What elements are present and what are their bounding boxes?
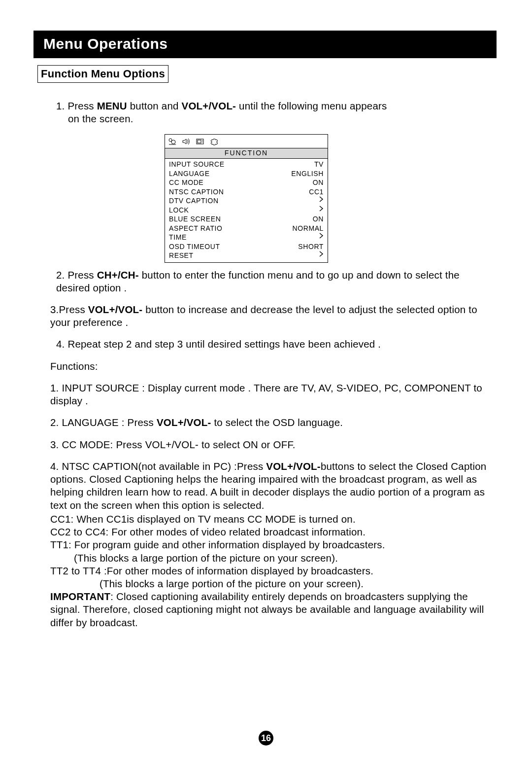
text: until the following menu appears <box>236 100 387 111</box>
functions-heading: Functions: <box>50 360 495 373</box>
text: 4. NTSC CAPTION(not available in PC) :Pr… <box>50 461 266 472</box>
menu-row: LANGUAGEENGLISH <box>169 169 324 178</box>
submenu-arrow-icon <box>319 196 324 205</box>
menu-label: CC MODE <box>169 178 203 187</box>
picture-icon <box>168 136 177 148</box>
text: 4. Repeat step 2 and step 3 until desire… <box>56 338 381 350</box>
svg-point-4 <box>202 140 203 141</box>
menu-label: OSD TIMEOUT <box>169 242 220 251</box>
menu-value: CC1 <box>309 187 324 196</box>
menu-label: INPUT SOURCE <box>169 160 225 169</box>
setup-icon <box>209 136 219 148</box>
submenu-arrow-icon <box>319 251 324 260</box>
text: to select the OSD language. <box>211 417 343 428</box>
function-3: 3. CC MODE: Press VOL+/VOL- to select ON… <box>50 438 495 451</box>
submenu-arrow-icon <box>319 206 324 214</box>
submenu-arrow-icon <box>319 233 324 242</box>
menu-row: DTV CAPTION <box>169 196 324 205</box>
tt1-line: TT1: For program guide and other informa… <box>50 538 495 551</box>
menu-label: RESET <box>169 251 194 260</box>
menu-value: ON <box>313 214 324 223</box>
menu-row: LOCK <box>169 206 324 214</box>
text: on the screen. <box>56 113 133 124</box>
svg-point-1 <box>171 140 175 144</box>
function-4: 4. NTSC CAPTION(not available in PC) :Pr… <box>50 460 495 512</box>
menu-row: ASPECT RATIONORMAL <box>169 224 324 233</box>
menu-value: TV <box>314 160 324 169</box>
menu-row: BLUE SCREENON <box>169 214 324 223</box>
tt2-note: (This blocks a large portion of the pict… <box>50 577 495 590</box>
text: button and <box>127 100 182 111</box>
text-bold: MENU <box>97 100 127 111</box>
menu-value: NORMAL <box>293 224 324 233</box>
function-2: 2. LANGUAGE : Press VOL+/VOL- to select … <box>50 416 495 429</box>
menu-row: NTSC CAPTIONCC1 <box>169 187 324 196</box>
step-2: 2. Press CH+/CH- button to enter the fun… <box>50 269 495 294</box>
menu-row: INPUT SOURCETV <box>169 160 324 169</box>
text: 2. LANGUAGE : Press <box>50 417 157 428</box>
function-1: 1. INPUT SOURCE : Display current mode .… <box>50 382 495 407</box>
text-bold: CH+/CH- <box>97 269 139 281</box>
text-bold: VOL+/VOL- <box>157 417 211 428</box>
menu-row: TIME <box>169 233 324 242</box>
text: 3.Press <box>50 304 88 315</box>
text-bold: VOL+/VOL- <box>266 461 321 472</box>
text-bold: VOL+/VOL- <box>88 304 143 315</box>
step-3: 3.Press VOL+/VOL- button to increase and… <box>50 303 495 329</box>
menu-value: ENGLISH <box>291 169 324 178</box>
osd-function-menu: FUNCTION INPUT SOURCETV LANGUAGEENGLISH … <box>165 134 328 262</box>
menu-value: ON <box>313 178 324 187</box>
menu-label: TIME <box>169 233 187 242</box>
audio-icon <box>182 136 191 148</box>
tt2-line: TT2 to TT4 :For other modes of informati… <box>50 565 495 577</box>
step-4: 4. Repeat step 2 and step 3 until desire… <box>50 338 495 351</box>
tt1-note: (This blocks a large portion of the pict… <box>50 552 495 565</box>
menu-label: LOCK <box>169 206 189 214</box>
page-number-badge: 16 <box>259 731 273 746</box>
text: 1. Press <box>56 100 97 111</box>
step-1: 1. Press MENU button and VOL+/VOL- until… <box>50 100 495 125</box>
content-body: 1. Press MENU button and VOL+/VOL- until… <box>33 83 497 629</box>
svg-rect-3 <box>198 140 201 143</box>
page-number: 16 <box>0 731 532 746</box>
menu-value: SHORT <box>298 242 324 251</box>
menu-header: FUNCTION <box>165 148 328 159</box>
cc2-line: CC2 to CC4: For other modes of video rel… <box>50 526 495 538</box>
menu-label: DTV CAPTION <box>169 196 219 205</box>
menu-row: CC MODEON <box>169 178 324 187</box>
important-note: IMPORTANT: Closed captioning availabilit… <box>50 590 495 629</box>
menu-label: NTSC CAPTION <box>169 187 224 196</box>
section-title: Menu Operations <box>33 31 497 58</box>
menu-tab-icons <box>165 134 328 148</box>
svg-point-5 <box>202 142 203 142</box>
menu-row: OSD TIMEOUTSHORT <box>169 242 324 251</box>
subsection-title: Function Menu Options <box>37 65 168 83</box>
text: : Closed captioning availability entirel… <box>50 591 484 628</box>
text-bold: VOL+/VOL- <box>182 100 236 111</box>
tv-icon <box>196 136 204 148</box>
menu-label: LANGUAGE <box>169 169 210 178</box>
menu-label: BLUE SCREEN <box>169 214 221 223</box>
text-bold: IMPORTANT <box>50 591 110 602</box>
cc1-line: CC1: When CC1is displayed on TV means CC… <box>50 513 495 526</box>
menu-body: INPUT SOURCETV LANGUAGEENGLISH CC MODEON… <box>165 159 328 262</box>
menu-row: RESET <box>169 251 324 260</box>
menu-label: ASPECT RATIO <box>169 224 223 233</box>
text: 2. Press <box>56 269 97 281</box>
